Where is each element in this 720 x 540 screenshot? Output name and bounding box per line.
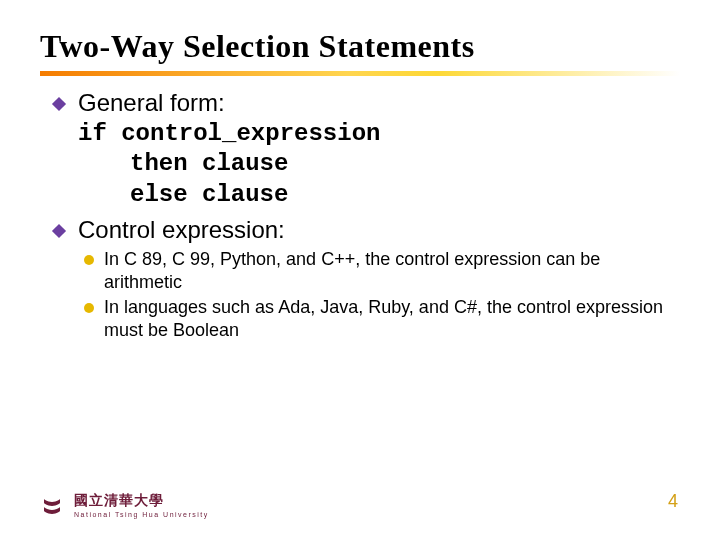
sub-bullet-2: In languages such as Ada, Java, Ruby, an… bbox=[82, 296, 680, 342]
title-underline bbox=[40, 71, 680, 76]
diamond-bullet-icon bbox=[52, 97, 66, 111]
university-name-en: National Tsing Hua University bbox=[74, 511, 209, 518]
sub-bullet-text: In C 89, C 99, Python, and C++, the cont… bbox=[104, 248, 680, 294]
bullet-control-expression: Control expression: bbox=[48, 215, 680, 246]
code-line-2: then clause bbox=[78, 149, 680, 180]
bullet-text: General form: bbox=[78, 88, 225, 119]
footer: 國立清華大學 National Tsing Hua University bbox=[40, 492, 209, 518]
content-area: General form: if control_expression then… bbox=[40, 88, 680, 342]
disc-bullet-icon bbox=[84, 255, 94, 265]
bullet-text: Control expression: bbox=[78, 215, 285, 246]
diamond-bullet-icon bbox=[52, 224, 66, 238]
code-line-3: else clause bbox=[78, 180, 680, 211]
university-name-cn: 國立清華大學 bbox=[74, 492, 209, 510]
code-block: if control_expression then clause else c… bbox=[78, 119, 680, 211]
slide: Two-Way Selection Statements General for… bbox=[0, 0, 720, 342]
page-number: 4 bbox=[668, 491, 678, 512]
sub-bullets: In C 89, C 99, Python, and C++, the cont… bbox=[82, 248, 680, 342]
slide-title: Two-Way Selection Statements bbox=[40, 28, 680, 65]
bullet-general-form: General form: bbox=[48, 88, 680, 119]
sub-bullet-text: In languages such as Ada, Java, Ruby, an… bbox=[104, 296, 680, 342]
university-text: 國立清華大學 National Tsing Hua University bbox=[74, 492, 209, 518]
disc-bullet-icon bbox=[84, 303, 94, 313]
sub-bullet-1: In C 89, C 99, Python, and C++, the cont… bbox=[82, 248, 680, 294]
university-emblem-icon bbox=[40, 493, 64, 517]
code-line-1: if control_expression bbox=[78, 119, 680, 150]
